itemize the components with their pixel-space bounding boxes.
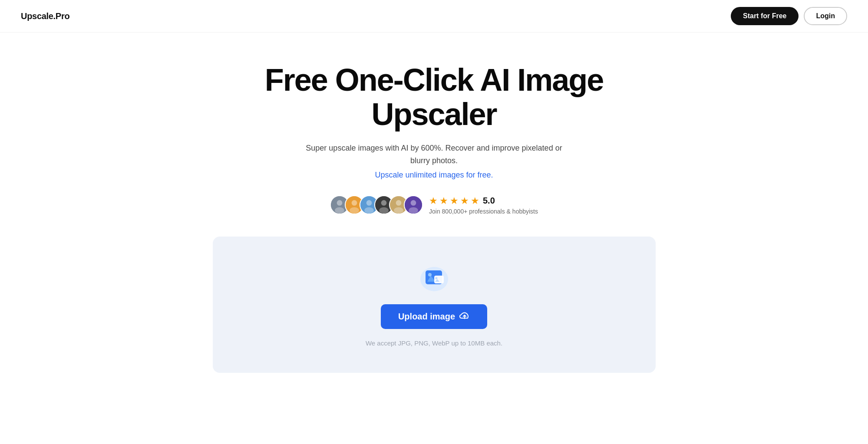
star-icon: ★ xyxy=(450,195,459,207)
site-logo: Upscale.Pro xyxy=(21,11,69,21)
svg-point-4 xyxy=(352,201,357,206)
svg-point-7 xyxy=(366,201,372,206)
svg-point-21 xyxy=(428,273,432,276)
rating-block: ★ ★ ★ ★ ★ 5.0 Join 800,000+ professional… xyxy=(429,195,538,215)
login-button[interactable]: Login xyxy=(804,7,847,25)
hero-link[interactable]: Upscale unlimited images for free. xyxy=(375,171,493,180)
hero-section: Free One-Click AI Image Upscaler Super u… xyxy=(0,33,868,395)
svg-point-14 xyxy=(394,207,403,214)
upload-button-label: Upload image xyxy=(398,312,455,322)
upload-image-icon xyxy=(419,263,450,294)
start-for-free-button[interactable]: Start for Free xyxy=(731,7,799,25)
svg-rect-22 xyxy=(434,276,444,283)
upload-dropzone[interactable]: Upload image We accept JPG, PNG, WebP up… xyxy=(213,237,656,373)
navbar: Upscale.Pro Start for Free Login xyxy=(0,0,868,33)
svg-point-8 xyxy=(364,207,374,214)
svg-point-5 xyxy=(350,207,359,214)
rating-value: 5.0 xyxy=(483,196,495,206)
svg-point-16 xyxy=(411,201,416,206)
stars-row: ★ ★ ★ ★ ★ 5.0 xyxy=(429,195,495,207)
avatar-group xyxy=(330,195,423,214)
navbar-actions: Start for Free Login xyxy=(731,7,847,25)
svg-point-10 xyxy=(381,201,387,206)
cloud-upload-icon xyxy=(459,311,470,322)
star-icon: ★ xyxy=(429,195,438,207)
svg-point-23 xyxy=(435,277,437,279)
svg-point-11 xyxy=(379,207,389,214)
rating-text: Join 800,000+ professionals & hobbyists xyxy=(429,208,538,215)
svg-point-1 xyxy=(337,201,343,206)
svg-point-13 xyxy=(396,201,402,206)
upload-hint-text: We accept JPG, PNG, WebP up to 10MB each… xyxy=(366,339,502,347)
upload-section: Upload image We accept JPG, PNG, WebP up… xyxy=(204,237,664,373)
svg-point-2 xyxy=(335,207,344,214)
hero-title: Free One-Click AI Image Upscaler xyxy=(239,63,630,132)
hero-subtitle: Super upscale images with AI by 600%. Re… xyxy=(304,142,564,167)
avatar xyxy=(404,195,423,214)
social-proof: ★ ★ ★ ★ ★ 5.0 Join 800,000+ professional… xyxy=(330,195,538,215)
star-icon: ★ xyxy=(471,195,479,207)
star-icon: ★ xyxy=(439,195,448,207)
upload-image-button[interactable]: Upload image xyxy=(381,304,487,329)
svg-point-17 xyxy=(409,207,418,214)
star-icon: ★ xyxy=(460,195,469,207)
